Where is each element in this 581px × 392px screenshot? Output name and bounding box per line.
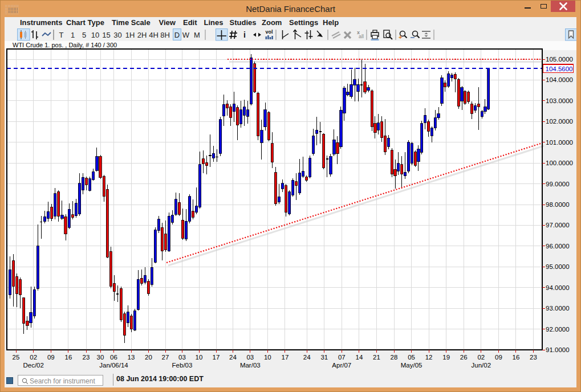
- svg-text:W: W: [182, 31, 190, 39]
- svg-text:28: 28: [391, 354, 398, 361]
- svg-text:91.0000: 91.0000: [546, 346, 570, 353]
- svg-text:105.0000: 105.0000: [546, 56, 573, 63]
- svg-text:03: 03: [178, 354, 186, 361]
- svg-text:14: 14: [356, 354, 363, 361]
- svg-text:07: 07: [338, 354, 346, 361]
- svg-text:5: 5: [82, 31, 86, 39]
- svg-text:05: 05: [408, 354, 415, 361]
- svg-text:100.0000: 100.0000: [546, 160, 573, 166]
- svg-text:10: 10: [196, 354, 203, 361]
- svg-text:24: 24: [303, 354, 311, 361]
- svg-text:20: 20: [145, 354, 152, 361]
- svg-text:99.0000: 99.0000: [546, 181, 570, 187]
- svg-text:19: 19: [442, 354, 450, 361]
- svg-text:21: 21: [373, 354, 380, 361]
- svg-text:Apr/07: Apr/07: [332, 362, 351, 369]
- svg-text:103.0000: 103.0000: [546, 97, 573, 104]
- svg-text:vol: vol: [265, 29, 273, 35]
- svg-text:09: 09: [495, 354, 502, 361]
- svg-text:92.0000: 92.0000: [546, 326, 570, 333]
- svg-text:30: 30: [113, 31, 121, 39]
- svg-text:95.0000: 95.0000: [546, 263, 570, 270]
- svg-text:102.0000: 102.0000: [546, 118, 573, 125]
- svg-text:31: 31: [320, 354, 328, 361]
- svg-text:23: 23: [530, 354, 537, 361]
- svg-text:16: 16: [65, 354, 72, 361]
- svg-text:4H: 4H: [149, 31, 159, 39]
- svg-text:WTI Crude 1. pos. , Daily, # 1: WTI Crude 1. pos. , Daily, # 140 / 300: [13, 42, 117, 48]
- svg-text:25: 25: [13, 354, 20, 361]
- svg-text:16: 16: [513, 354, 520, 361]
- svg-text:98.0000: 98.0000: [546, 201, 570, 208]
- svg-text:02: 02: [477, 354, 485, 361]
- svg-text:93.0000: 93.0000: [546, 305, 570, 312]
- svg-text:M: M: [194, 31, 200, 39]
- svg-text:Jan/06/14: Jan/06/14: [99, 362, 128, 369]
- svg-text:Jun/02: Jun/02: [472, 362, 491, 369]
- svg-text:T: T: [59, 31, 64, 39]
- svg-text:Dec/02: Dec/02: [23, 362, 43, 369]
- svg-text:17: 17: [213, 354, 220, 361]
- svg-text:104.5600: 104.5600: [546, 66, 573, 72]
- svg-text:1: 1: [71, 31, 75, 39]
- svg-text:2H: 2H: [137, 31, 147, 39]
- svg-text:26: 26: [460, 354, 468, 361]
- svg-text:1H: 1H: [125, 31, 135, 39]
- svg-text:13: 13: [128, 354, 135, 361]
- svg-text:Mar/03: Mar/03: [240, 362, 261, 369]
- svg-text:02: 02: [30, 354, 37, 361]
- svg-text:101.0000: 101.0000: [546, 139, 573, 146]
- svg-text:all: all: [359, 34, 364, 39]
- svg-text:09: 09: [47, 354, 55, 361]
- svg-text:27: 27: [162, 354, 169, 361]
- svg-text:+: +: [399, 34, 402, 40]
- svg-text:23: 23: [83, 354, 90, 361]
- svg-text:104.0000: 104.0000: [546, 76, 573, 83]
- svg-text:94.0000: 94.0000: [546, 284, 570, 291]
- svg-text:D: D: [174, 31, 180, 39]
- svg-text:i: i: [243, 30, 246, 39]
- svg-text:17: 17: [282, 354, 289, 361]
- svg-text:10: 10: [264, 354, 271, 361]
- svg-text:03: 03: [246, 354, 254, 361]
- svg-text:10: 10: [91, 31, 99, 39]
- svg-text:30: 30: [97, 354, 104, 361]
- svg-text:96.0000: 96.0000: [546, 243, 570, 250]
- svg-text:97.0000: 97.0000: [546, 222, 570, 228]
- svg-text:06: 06: [110, 354, 117, 361]
- svg-text:24: 24: [229, 354, 237, 361]
- svg-text:Feb/03: Feb/03: [172, 362, 193, 369]
- svg-text:May/05: May/05: [401, 362, 422, 369]
- svg-text:15: 15: [102, 31, 110, 39]
- svg-text:8H: 8H: [160, 31, 170, 39]
- svg-text:12: 12: [425, 354, 433, 361]
